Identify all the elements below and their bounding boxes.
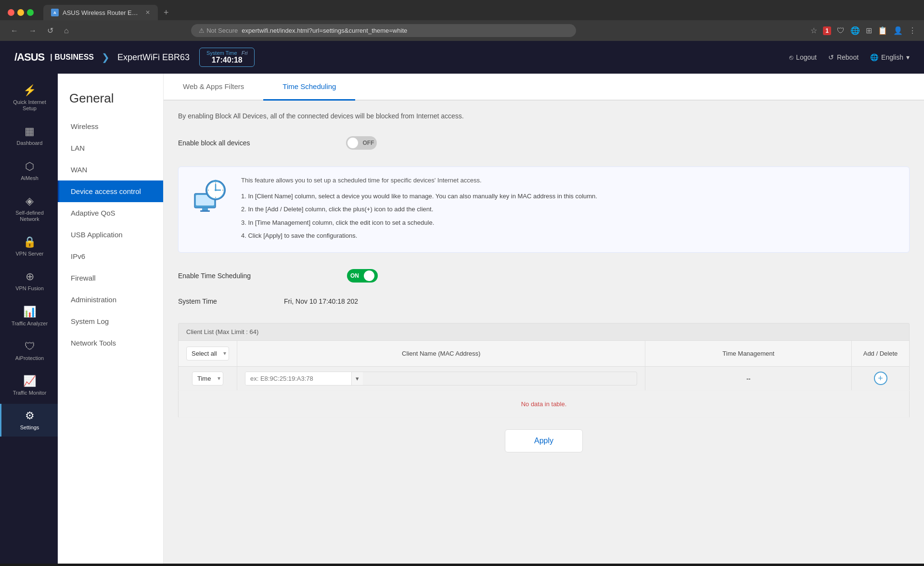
sidebar-item-aimesh[interactable]: ⬡ AiMesh (0, 154, 58, 187)
col-add-delete: Add / Delete (852, 340, 910, 366)
profile-icon[interactable]: 👤 (893, 26, 903, 35)
browser-toolbar: ← → ↺ ⌂ ⚠ Not Secure expertwifi.net/inde… (0, 20, 924, 41)
browser-chrome: A ASUS Wireless Router Exper... ✕ + ← → … (0, 0, 924, 41)
address-bar[interactable]: ⚠ Not Secure expertwifi.net/index.html?u… (191, 24, 576, 37)
enable-time-scheduling-toggle[interactable]: ON (347, 269, 378, 283)
nav-item-wireless[interactable]: Wireless (58, 116, 163, 137)
forward-button[interactable]: → (26, 25, 39, 37)
maximize-window-button[interactable] (27, 9, 34, 16)
extension-icon-5[interactable]: 📋 (878, 26, 887, 35)
row-type-select[interactable]: Time (192, 372, 223, 386)
extension-icon-1[interactable]: 1 (823, 26, 831, 35)
info-description: This feature allows you to set up a sche… (241, 177, 899, 184)
sidebar-label-vpn-fusion: VPN Fusion (15, 285, 44, 292)
col-client-name: Client Name (MAC Address) (237, 340, 645, 366)
info-step-2: 2. In the [Add / Delete] column, click t… (241, 203, 899, 216)
back-button[interactable]: ← (8, 25, 21, 37)
tab-close-icon[interactable]: ✕ (145, 9, 150, 16)
block-description: By enabling Block All Devices, all of th… (178, 112, 910, 120)
system-time-row-value: Fri, Nov 10 17:40:18 202 (284, 297, 358, 305)
asus-logo: /ASUS (14, 51, 44, 64)
logout-icon: ⎋ (789, 53, 793, 61)
system-time-row-label: System Time (178, 297, 284, 305)
extension-icon-2[interactable]: 🛡 (837, 26, 845, 35)
settings-icon: ⚙ (25, 410, 35, 422)
panel-tabs: Web & Apps Filters Time Scheduling (164, 74, 924, 101)
language-selector[interactable]: 🌐 English ▾ (870, 53, 910, 61)
sidebar-item-quick-internet-setup[interactable]: ⚡ Quick InternetSetup (0, 78, 58, 117)
add-client-button[interactable]: + (874, 372, 887, 385)
info-box: This feature allows you to set up a sche… (178, 167, 910, 253)
nav-item-ipv6[interactable]: IPv6 (58, 245, 163, 267)
self-defined-network-icon: ◈ (26, 195, 34, 207)
nav-item-lan[interactable]: LAN (58, 137, 163, 159)
nav-item-firewall[interactable]: Firewall (58, 267, 163, 289)
block-all-devices-toggle[interactable]: OFF (346, 136, 377, 150)
sidebar-item-traffic-analyzer[interactable]: 📊 Traffic Analyzer (0, 300, 58, 333)
sidebar-label-dashboard: Dashboard (17, 140, 43, 146)
info-step-4: 4. Click [Apply] to save the configurati… (241, 229, 899, 242)
sidebar-item-dashboard[interactable]: ▦ Dashboard (0, 119, 58, 152)
tab-web-apps-filters[interactable]: Web & Apps Filters (164, 74, 263, 101)
select-all-dropdown[interactable]: Select all (186, 347, 229, 360)
system-time-row: System Time Fri, Nov 10 17:40:18 202 (178, 290, 910, 313)
sidebar-label-settings: Settings (20, 424, 39, 431)
toggle-slider-off: OFF (346, 136, 377, 150)
reboot-button[interactable]: ↺ Reboot (828, 53, 859, 61)
client-list-header: Client List (Max Limit : 64) (178, 323, 910, 340)
logo-area: /ASUS | BUSINESS ❯ ExpertWiFi EBR63 (14, 51, 190, 64)
sidebar-item-self-defined-network[interactable]: ◈ Self-definedNetwork (0, 189, 58, 228)
new-tab-button[interactable]: + (160, 6, 173, 20)
nav-item-network-tools[interactable]: Network Tools (58, 332, 163, 354)
extension-icon-3[interactable]: 🌐 (850, 26, 860, 35)
minimize-window-button[interactable] (17, 9, 24, 16)
mac-address-input[interactable] (245, 372, 351, 385)
nav-item-usb-application[interactable]: USB Application (58, 224, 163, 245)
system-time-label: System Time Fri (206, 50, 247, 56)
table-header-row: Select all Client Name (MAC Address) Tim… (179, 340, 910, 366)
sidebar-label-traffic-analyzer: Traffic Analyzer (12, 321, 48, 327)
info-step-1: 1. In [Client Name] column, select a dev… (241, 190, 899, 203)
nav-item-system-log[interactable]: System Log (58, 310, 163, 332)
traffic-analyzer-icon: 📊 (23, 306, 36, 318)
input-row: Time ▾ (179, 366, 910, 390)
home-button[interactable]: ⌂ (61, 25, 72, 37)
logout-button[interactable]: ⎋ Logout (789, 53, 817, 61)
nav-item-administration[interactable]: Administration (58, 289, 163, 310)
block-all-devices-row: Enable block all devices OFF (178, 129, 910, 157)
sidebar-item-settings[interactable]: ⚙ Settings (0, 404, 58, 437)
nav-item-adaptive-qos[interactable]: Adaptive QoS (58, 202, 163, 224)
tab-time-scheduling[interactable]: Time Scheduling (263, 74, 355, 101)
sidebar-item-vpn-server[interactable]: 🔒 VPN Server (0, 230, 58, 263)
sidebar-item-vpn-fusion[interactable]: ⊕ VPN Fusion (0, 265, 58, 297)
logo-chevron-icon: ❯ (102, 51, 110, 63)
sidebar-label-aimesh: AiMesh (21, 175, 38, 181)
sidebar-item-aiprotection[interactable]: 🛡 AiProtection (0, 334, 58, 367)
business-text: | BUSINESS (50, 53, 94, 62)
col-select-all: Select all (179, 340, 237, 366)
nav-item-device-access-control[interactable]: Device access control (58, 180, 163, 202)
select-all-wrapper: Select all (186, 347, 229, 360)
tab-favicon: A (51, 9, 59, 16)
svg-rect-4 (202, 208, 208, 210)
sidebar-label-self-defined-network: Self-definedNetwork (15, 210, 44, 222)
traffic-monitor-icon: 📈 (23, 375, 36, 387)
refresh-button[interactable]: ↺ (44, 24, 56, 37)
extension-icon-4[interactable]: ⊞ (866, 26, 872, 35)
browser-tab-active[interactable]: A ASUS Wireless Router Exper... ✕ (43, 5, 158, 20)
page-layout: General Wireless LAN WAN Device access c… (58, 74, 924, 564)
apply-button[interactable]: Apply (505, 429, 583, 452)
menu-icon[interactable]: ⋮ (909, 26, 916, 35)
url-display: expertwifi.net/index.html?url=settings&c… (242, 27, 407, 34)
bookmark-icon[interactable]: ☆ (810, 26, 817, 35)
svg-rect-5 (200, 210, 210, 212)
sidebar-item-traffic-monitor[interactable]: 📈 Traffic Monitor (0, 369, 58, 402)
mac-input-dropdown-arrow[interactable]: ▾ (351, 372, 363, 385)
row-type-wrapper: Time (192, 372, 223, 386)
close-window-button[interactable] (8, 9, 14, 16)
nav-item-wan[interactable]: WAN (58, 159, 163, 180)
no-data-cell: No data in table. (179, 390, 910, 417)
aimesh-icon: ⬡ (25, 160, 34, 173)
row-type-cell: Time (179, 366, 237, 390)
content-area: General Wireless LAN WAN Device access c… (58, 74, 924, 564)
